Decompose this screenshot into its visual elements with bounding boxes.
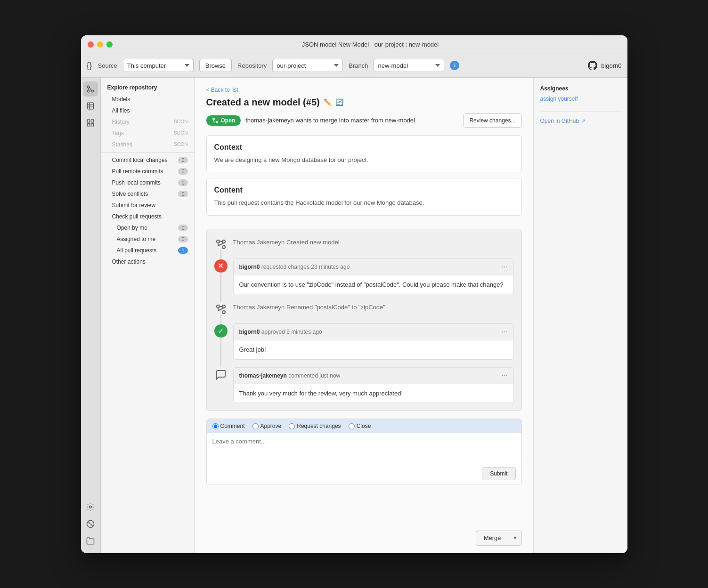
timeline-item-4: ✓ bigorn0 approved 9 minutes ago ··· <box>214 323 514 360</box>
comment-more-1[interactable]: ··· <box>501 263 507 271</box>
svg-point-16 <box>212 118 214 120</box>
timeline-reject-icon: ✕ <box>214 259 228 273</box>
comment-body-2: Great job! <box>234 340 513 359</box>
app-window: JSON model New Model - our-project : new… <box>81 35 627 553</box>
comment-more-3[interactable]: ··· <box>501 371 507 380</box>
sidebar-item-tags[interactable]: Tags SOON <box>101 128 195 139</box>
svg-line-23 <box>218 243 224 246</box>
right-panel: Assignees assign yourself Open in GitHub… <box>533 78 627 553</box>
submit-button[interactable]: Submit <box>482 467 515 480</box>
merge-dropdown[interactable]: ▼ <box>509 531 522 546</box>
sidebar-item-open-by-me[interactable]: Open by me 0 <box>101 222 195 234</box>
timeline-item-5: thomas-jakemeyn commented just now ··· T… <box>214 367 514 403</box>
radio-approve[interactable]: Approve <box>252 423 282 429</box>
source-select[interactable]: This computer <box>123 59 194 72</box>
comment-body-1: Our convention is to use "zipCode" inste… <box>234 275 513 294</box>
pr-icon <box>212 117 219 124</box>
branch-select[interactable]: new-model <box>374 59 444 72</box>
svg-point-19 <box>222 246 225 249</box>
close-button[interactable] <box>88 41 94 48</box>
sidebar-icon-table[interactable] <box>83 98 98 113</box>
sidebar-item-check-pr[interactable]: Check pull requests <box>101 211 195 222</box>
browse-button[interactable]: Browse <box>199 59 232 72</box>
sidebar-icon-ban[interactable] <box>83 516 98 532</box>
pr-refresh-icon[interactable]: 🔄 <box>335 98 343 106</box>
icon-sidebar <box>81 78 101 553</box>
assign-yourself-link[interactable]: assign yourself <box>540 96 621 102</box>
pr-description: thomas-jakemeyn wants to merge into mast… <box>245 117 458 124</box>
branch-label: Branch <box>349 62 368 69</box>
comment-form-footer: Submit <box>207 463 521 484</box>
content-area: < Back to list Created a new model (#5) … <box>195 78 533 553</box>
window-title: JSON model New Model - our-project : new… <box>120 41 621 48</box>
timeline-content-2: bigorn0 requested changes 23 minutes ago… <box>233 258 514 295</box>
sidebar-icon-grid[interactable] <box>83 115 98 130</box>
comment-header-2: bigorn0 approved 9 minutes ago ··· <box>234 324 513 340</box>
sidebar-item-push-local[interactable]: Push local commits 0 <box>101 177 195 188</box>
sidebar-item-commit-local[interactable]: Commit local changes 0 <box>101 154 195 166</box>
open-in-github-link[interactable]: Open in GitHub ↗ <box>540 118 621 124</box>
back-to-list-link[interactable]: < Back to list <box>206 87 238 93</box>
context-title: Context <box>214 143 514 152</box>
open-in-github-section: Open in GitHub ↗ <box>540 118 621 124</box>
comment-more-2[interactable]: ··· <box>501 328 507 336</box>
context-section: Context We are designing a new Mongo dat… <box>206 135 522 173</box>
source-label: Source <box>98 62 117 69</box>
github-icon <box>587 60 598 71</box>
sidebar-item-models[interactable]: Models <box>101 94 195 105</box>
curly-braces-icon: {} <box>87 61 92 71</box>
sidebar-item-all-prs[interactable]: All pull requests 1 <box>101 245 195 256</box>
radio-close[interactable]: Close <box>349 423 371 429</box>
comment-author-2: bigorn0 <box>239 329 260 335</box>
sidebar-item-stashes[interactable]: Stashes SOON <box>101 139 195 150</box>
comment-box-1: bigorn0 requested changes 23 minutes ago… <box>233 258 514 295</box>
sidebar-item-pull-remote[interactable]: Pull remote commits 0 <box>101 166 195 177</box>
sidebar-item-assigned-to-me[interactable]: Assigned to me 0 <box>101 234 195 245</box>
timeline-item-2: ✕ bigorn0 requested changes 23 minutes a… <box>214 258 514 295</box>
comment-textarea[interactable] <box>207 433 521 461</box>
comment-body-3: Thank you very much for the review, very… <box>234 384 513 403</box>
comment-form: Comment Approve Request changes Clo <box>206 419 522 484</box>
comment-box-2: bigorn0 approved 9 minutes ago ··· Great… <box>233 323 514 360</box>
timeline-approve-icon: ✓ <box>214 324 228 338</box>
comment-time-1: requested changes 23 minutes ago <box>261 264 350 270</box>
icon-sidebar-bottom <box>83 499 98 548</box>
sidebar-item-all-files[interactable]: All files <box>101 105 195 116</box>
svg-rect-9 <box>87 120 90 122</box>
svg-line-29 <box>218 308 224 311</box>
pr-edit-icon[interactable]: ✏️ <box>324 98 332 106</box>
svg-point-24 <box>217 305 220 308</box>
sidebar-item-history[interactable]: History SOON <box>101 116 195 128</box>
github-user: bigorn0 <box>587 60 621 71</box>
svg-point-26 <box>222 305 225 308</box>
timeline-item-1: Thomas Jakemeyn Created new model <box>214 237 514 251</box>
repository-select[interactable]: our-project <box>272 59 343 72</box>
review-changes-button[interactable]: Review changes... <box>463 113 521 128</box>
svg-point-13 <box>90 506 92 508</box>
svg-point-20 <box>222 240 225 243</box>
timeline-content-3: Thomas Jakemeyn Renamed "postalCode" to … <box>233 302 514 316</box>
explore-repository-header[interactable]: Explore repository <box>101 81 195 94</box>
content-title: Content <box>214 186 514 194</box>
comment-author-1: bigorn0 <box>239 264 260 270</box>
sidebar-item-other-actions[interactable]: Other actions <box>101 256 195 267</box>
timeline-content-5: thomas-jakemeyn commented just now ··· T… <box>233 367 514 403</box>
maximize-button[interactable] <box>106 41 113 48</box>
comment-header-3: thomas-jakemeyn commented just now ··· <box>234 368 513 384</box>
sidebar-icon-git[interactable] <box>83 81 98 97</box>
radio-comment[interactable]: Comment <box>212 423 245 429</box>
radio-request-changes[interactable]: Request changes <box>289 423 341 429</box>
sidebar-icon-folder[interactable] <box>83 533 98 548</box>
info-icon[interactable]: i <box>450 61 459 70</box>
timeline-event-3: Thomas Jakemeyn Renamed "postalCode" to … <box>233 302 514 313</box>
minimize-button[interactable] <box>97 41 103 48</box>
sidebar-icon-settings[interactable] <box>83 499 98 515</box>
sidebar-item-submit-review[interactable]: Submit for review <box>101 200 195 211</box>
open-status-badge: Open <box>206 115 241 126</box>
timeline-container: Thomas Jakemeyn Created new model ✕ bigo… <box>206 229 522 411</box>
svg-rect-5 <box>87 103 94 109</box>
merge-button[interactable]: Merge <box>476 531 509 546</box>
sidebar-item-solve-conflicts[interactable]: Solve conflicts 0 <box>101 188 195 200</box>
timeline-comment-icon <box>214 368 228 381</box>
svg-point-2 <box>87 90 90 92</box>
